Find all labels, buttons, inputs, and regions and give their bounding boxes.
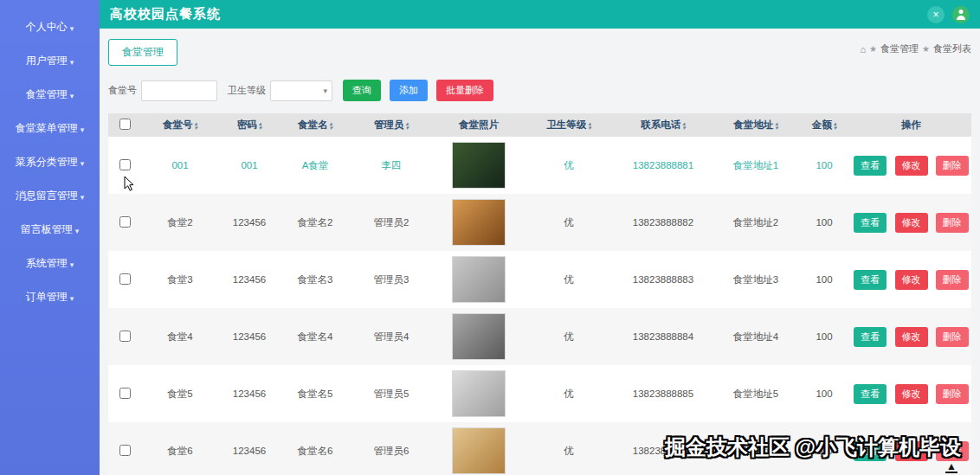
table-row: 001 001 A食堂 李四 优 13823888881 食堂地址1 100 查… xyxy=(108,137,971,194)
cell-canteen-no: 食堂4 xyxy=(141,308,219,365)
cell-manager: 管理员4 xyxy=(351,308,432,365)
cell-address: 食堂地址3 xyxy=(714,251,797,308)
user-profile-icon[interactable] xyxy=(952,6,970,23)
close-icon[interactable]: × xyxy=(927,6,945,23)
view-button[interactable]: 查看 xyxy=(854,441,887,461)
select-all-checkbox[interactable] xyxy=(119,119,131,130)
canteen-no-input[interactable] xyxy=(141,80,217,101)
canteen-photo xyxy=(452,370,506,417)
view-button[interactable]: 查看 xyxy=(854,213,887,233)
star-icon: ★ xyxy=(869,44,877,54)
cell-amount: 100 xyxy=(797,137,851,194)
cell-hygiene-level: 优 xyxy=(525,422,612,475)
delete-button[interactable]: 删除 xyxy=(936,156,969,176)
sort-icon[interactable]: ▴▾ xyxy=(682,121,686,130)
column-header[interactable]: 联系电话▴▾ xyxy=(612,113,714,137)
row-checkbox[interactable] xyxy=(119,273,131,285)
column-header[interactable]: 金额▴▾ xyxy=(797,113,851,137)
top-header-bar: 高校校园点餐系统 × xyxy=(100,0,980,29)
row-checkbox[interactable] xyxy=(119,216,131,228)
cell-amount: 100 xyxy=(797,308,851,365)
back-to-top-icon[interactable]: ▲ xyxy=(945,461,957,473)
delete-button[interactable]: 删除 xyxy=(936,213,969,233)
column-header[interactable]: 食堂名▴▾ xyxy=(280,113,351,137)
sort-icon[interactable]: ▴▾ xyxy=(775,121,778,130)
content-area: 食堂管理 ⌂ ★ 食堂管理 ★ 食堂列表 食堂号 卫生等级 ▾ 查询 添加 批量 xyxy=(100,29,980,475)
hygiene-level-select[interactable]: ▾ xyxy=(270,80,332,101)
column-header[interactable]: 食堂地址▴▾ xyxy=(714,113,797,137)
sidebar-item[interactable]: 系统管理 ▾ xyxy=(0,247,100,280)
cell-hygiene-level: 优 xyxy=(525,365,612,422)
edit-button[interactable]: 修改 xyxy=(895,327,928,347)
app-title: 高校校园点餐系统 xyxy=(110,6,221,22)
sidebar-item[interactable]: 食堂菜单管理 ▾ xyxy=(0,112,100,145)
home-icon[interactable]: ⌂ xyxy=(860,44,866,55)
cell-phone: 13823888885 xyxy=(612,365,714,422)
sidebar-item-label: 食堂管理 xyxy=(26,87,68,102)
cell-canteen-no: 001 xyxy=(141,137,219,194)
cell-photo xyxy=(432,422,525,475)
sidebar-item-label: 系统管理 xyxy=(26,256,68,271)
sidebar-item-label: 订单管理 xyxy=(26,290,68,305)
delete-button[interactable]: 删除 xyxy=(936,384,969,404)
tab-canteen-management[interactable]: 食堂管理 xyxy=(108,39,177,66)
view-button[interactable]: 查看 xyxy=(854,384,887,404)
breadcrumb-item-canteen-list[interactable]: 食堂列表 xyxy=(933,42,971,55)
sidebar-item[interactable]: 用户管理 ▾ xyxy=(0,44,100,78)
row-checkbox[interactable] xyxy=(119,445,131,456)
person-icon xyxy=(955,9,967,21)
edit-button[interactable]: 修改 xyxy=(895,441,928,461)
column-header[interactable]: 密码▴▾ xyxy=(219,113,280,137)
batch-delete-button[interactable]: 批量删除 xyxy=(436,80,493,101)
cell-amount: 100 xyxy=(797,365,851,422)
view-button[interactable]: 查看 xyxy=(854,327,887,347)
add-button[interactable]: 添加 xyxy=(390,80,428,101)
sort-icon[interactable]: ▴▾ xyxy=(405,121,409,130)
cell-canteen-name: 食堂名5 xyxy=(280,365,351,422)
column-header[interactable]: 食堂号▴▾ xyxy=(141,113,219,137)
sort-icon[interactable]: ▴▾ xyxy=(329,121,332,130)
cell-hygiene-level: 优 xyxy=(525,308,612,365)
view-button[interactable]: 查看 xyxy=(854,270,887,290)
delete-button[interactable]: 删除 xyxy=(936,327,969,347)
sidebar-item[interactable]: 消息留言管理 ▾ xyxy=(0,179,100,213)
sidebar: 个人中心 ▾ 用户管理 ▾ 食堂管理 ▾ 食堂菜单管理 ▾ 菜系分类管理 ▾ 消… xyxy=(0,0,100,475)
sort-icon[interactable]: ▴▾ xyxy=(194,121,197,130)
cell-phone: 13823888886 xyxy=(612,422,714,475)
sidebar-item[interactable]: 菜系分类管理 ▾ xyxy=(0,145,100,179)
cell-canteen-name: 食堂名3 xyxy=(280,251,351,308)
column-header[interactable]: 卫生等级▴▾ xyxy=(525,113,612,137)
sidebar-item[interactable]: 留言板管理 ▾ xyxy=(0,213,100,247)
cell-amount: 100 xyxy=(797,194,851,251)
breadcrumb: ⌂ ★ 食堂管理 ★ 食堂列表 xyxy=(860,39,971,55)
table-row: 食堂6 123456 食堂名6 管理员6 优 13823888886 食堂地址6… xyxy=(108,422,971,475)
row-checkbox[interactable] xyxy=(119,331,131,342)
cell-password: 123456 xyxy=(219,365,280,422)
row-checkbox[interactable] xyxy=(119,159,131,170)
edit-button[interactable]: 修改 xyxy=(895,213,928,233)
sidebar-menu: 个人中心 ▾ 用户管理 ▾ 食堂管理 ▾ 食堂菜单管理 ▾ 菜系分类管理 ▾ 消… xyxy=(0,10,100,314)
column-header: 操作 xyxy=(851,113,971,137)
sort-icon[interactable]: ▴▾ xyxy=(588,121,591,130)
view-button[interactable]: 查看 xyxy=(854,156,887,176)
delete-button[interactable]: 删除 xyxy=(936,441,969,461)
caret-down-icon: ▾ xyxy=(75,227,80,235)
cell-canteen-name: 食堂名6 xyxy=(280,422,351,475)
edit-button[interactable]: 修改 xyxy=(895,270,928,290)
row-checkbox[interactable] xyxy=(119,388,131,399)
canteen-photo xyxy=(452,427,506,474)
cell-hygiene-level: 优 xyxy=(525,137,612,194)
sidebar-item[interactable]: 个人中心 ▾ xyxy=(0,10,100,44)
query-button[interactable]: 查询 xyxy=(343,80,381,101)
edit-button[interactable]: 修改 xyxy=(895,384,928,404)
cell-canteen-no: 食堂3 xyxy=(141,251,219,308)
sidebar-item[interactable]: 食堂管理 ▾ xyxy=(0,78,100,112)
column-header[interactable]: 管理员▴▾ xyxy=(351,113,432,137)
sidebar-item[interactable]: 订单管理 ▾ xyxy=(0,280,100,314)
breadcrumb-item-canteen-management[interactable]: 食堂管理 xyxy=(880,42,919,55)
sort-icon[interactable]: ▴▾ xyxy=(834,121,837,130)
edit-button[interactable]: 修改 xyxy=(895,156,928,176)
sort-icon[interactable]: ▴▾ xyxy=(259,121,262,130)
delete-button[interactable]: 删除 xyxy=(936,270,969,290)
cell-canteen-no: 食堂2 xyxy=(141,194,219,251)
